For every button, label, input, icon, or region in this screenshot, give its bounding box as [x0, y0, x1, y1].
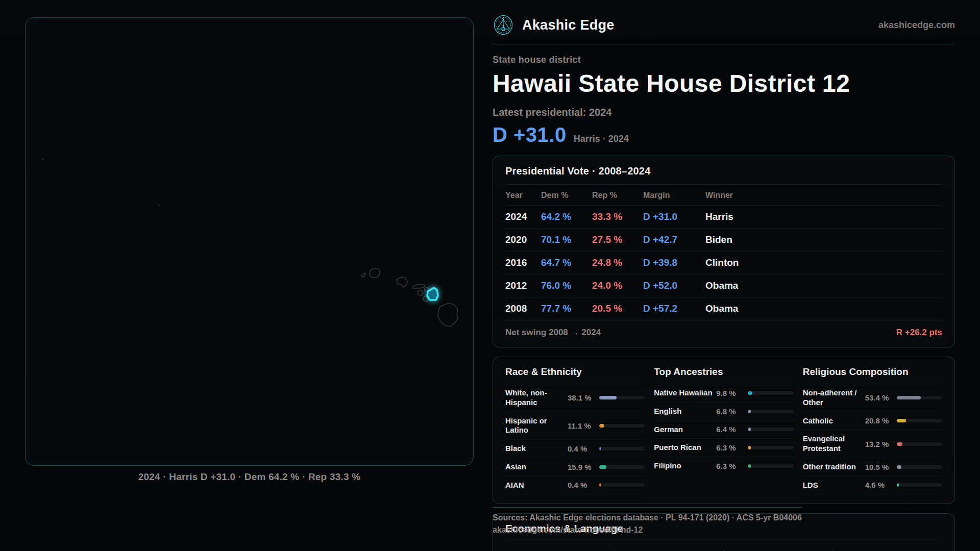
demographic-panel: Top AncestriesNative Hawaiian9.8 %Englis…: [654, 366, 793, 494]
akashic-edge-logo-icon[interactable]: [493, 14, 514, 36]
margin-note: Harris · 2024: [574, 134, 629, 144]
column-header-winner: Winner: [705, 191, 942, 200]
island-kauai: [370, 268, 380, 278]
cell-dem-pct: 64.2 %: [541, 211, 592, 222]
table-row: 200877.7 %20.5 %D +57.2Obama: [505, 297, 942, 320]
margin-value: D +31.0: [493, 123, 567, 146]
stat-bar-fill: [748, 428, 751, 431]
map-speck: [42, 159, 43, 160]
cell-winner: Clinton: [705, 257, 942, 268]
stat-value: 6.4 %: [716, 425, 748, 434]
cell-dem-pct: 64.7 %: [541, 257, 592, 268]
stat-bar: [599, 396, 645, 399]
cell-rep-pct: 24.8 %: [592, 257, 643, 268]
table-row: 201276.0 %24.0 %D +52.0Obama: [505, 274, 942, 297]
stat-row: Hispanic or Latino11.1 %: [505, 412, 645, 440]
stat-bar: [897, 465, 942, 469]
table-row: 201664.7 %24.8 %D +39.8Clinton: [505, 252, 942, 274]
stat-bar-fill: [748, 464, 751, 468]
stat-label: English: [654, 407, 716, 416]
stat-value: 0.4 %: [568, 481, 599, 489]
stat-label: AIAN: [505, 481, 568, 490]
island-molokai: [413, 284, 425, 288]
detail-column: Akashic Edge akashicedge.com State house…: [493, 14, 955, 551]
stat-bar-fill: [599, 424, 604, 428]
cell-year: 2008: [505, 303, 541, 314]
island-niihau: [361, 273, 365, 277]
stat-bar: [748, 391, 793, 395]
economics-card: Economics & Language Median HH income$10…: [493, 513, 955, 551]
cell-rep-pct: 27.5 %: [592, 234, 643, 245]
stat-value: 6.3 %: [716, 462, 748, 470]
stat-value: 53.4 %: [865, 393, 897, 402]
stat-row: English6.8 %: [654, 403, 793, 421]
stat-row: Black0.4 %: [505, 440, 645, 458]
stat-bar: [897, 419, 942, 422]
net-swing-label: Net swing 2008 → 2024: [505, 328, 601, 338]
stat-bar-fill: [599, 447, 601, 450]
divider: [505, 542, 942, 542]
stat-value: 10.5 %: [865, 463, 897, 471]
demographics-card: Race & EthnicityWhite, non-Hispanic38.1 …: [493, 357, 955, 504]
stat-bar: [748, 410, 793, 413]
stat-label: Black: [505, 444, 568, 454]
stat-label: Filipino: [654, 461, 716, 471]
stat-bar: [748, 446, 793, 449]
demographic-panel: Race & EthnicityWhite, non-Hispanic38.1 …: [505, 366, 645, 494]
latest-presidential-label: Latest presidential: 2024: [493, 107, 955, 118]
stat-value: 11.1 %: [568, 421, 599, 430]
net-swing-row: Net swing 2008 → 2024 R +26.2 pts: [505, 320, 942, 338]
vote-card-title: Presidential Vote · 2008–2024: [505, 165, 942, 177]
island-hawaii: [438, 303, 458, 327]
stat-label: White, non-Hispanic: [505, 388, 568, 408]
cell-margin: D +52.0: [643, 280, 705, 291]
map-panel[interactable]: [25, 17, 474, 466]
cell-year: 2016: [505, 257, 541, 268]
table-row: 202070.1 %27.5 %D +42.7Biden: [505, 229, 942, 252]
site-link[interactable]: akashicedge.com: [878, 20, 955, 31]
stat-label: Evangelical Protestant: [803, 434, 865, 454]
stat-label: Catholic: [803, 416, 865, 426]
stat-row: Catholic20.8 %: [803, 412, 942, 431]
map-caption: 2024 · Harris D +31.0 · Dem 64.2 % · Rep…: [25, 471, 474, 483]
cell-year: 2020: [505, 234, 541, 245]
stat-bar-fill: [897, 396, 921, 399]
map-speck: [158, 205, 160, 206]
economics-title: Economics & Language: [505, 523, 942, 535]
cell-winner: Obama: [705, 303, 942, 314]
cell-year: 2012: [505, 280, 541, 291]
cell-margin: D +57.2: [643, 303, 705, 314]
stat-row: Asian15.9 %: [505, 458, 645, 477]
stat-row: Other tradition10.5 %: [803, 458, 942, 477]
header: Akashic Edge akashicedge.com: [493, 14, 955, 44]
stat-bar: [599, 465, 645, 469]
cell-dem-pct: 77.7 %: [541, 303, 592, 314]
stat-bar-fill: [748, 391, 752, 395]
stat-value: 6.3 %: [716, 443, 748, 452]
column-header-margin: Margin: [643, 191, 705, 200]
stat-row: LDS4.6 %: [803, 477, 942, 495]
stat-label: Non-adherent / Other: [803, 388, 865, 408]
vote-table-body: 202464.2 %33.3 %D +31.0Harris202070.1 %2…: [505, 206, 942, 320]
stat-bar-fill: [599, 465, 606, 469]
stat-bar: [897, 483, 942, 487]
presidential-vote-card: Presidential Vote · 2008–2024 Year Dem %…: [493, 156, 955, 347]
stat-row: Native Hawaiian9.8 %: [654, 384, 793, 403]
stat-value: 4.6 %: [865, 481, 897, 489]
stat-label: Hispanic or Latino: [505, 416, 568, 436]
stat-bar-fill: [897, 465, 901, 469]
panel-title: Race & Ethnicity: [505, 366, 645, 384]
stat-row: Non-adherent / Other53.4 %: [803, 384, 942, 412]
stat-row: Filipino6.3 %: [654, 457, 793, 475]
demographics-columns: Race & EthnicityWhite, non-Hispanic38.1 …: [505, 366, 942, 494]
stat-value: 0.4 %: [568, 444, 599, 453]
column-header-year: Year: [505, 191, 541, 200]
panel-title: Religious Composition: [803, 366, 942, 384]
stat-bar-fill: [599, 396, 617, 399]
island-lanai: [418, 290, 423, 295]
stat-label: Other tradition: [803, 462, 865, 472]
stat-value: 20.8 %: [865, 416, 897, 425]
stat-row: Evangelical Protestant13.2 %: [803, 430, 942, 458]
column-header-rep: Rep %: [592, 191, 643, 200]
stat-bar: [897, 396, 942, 399]
